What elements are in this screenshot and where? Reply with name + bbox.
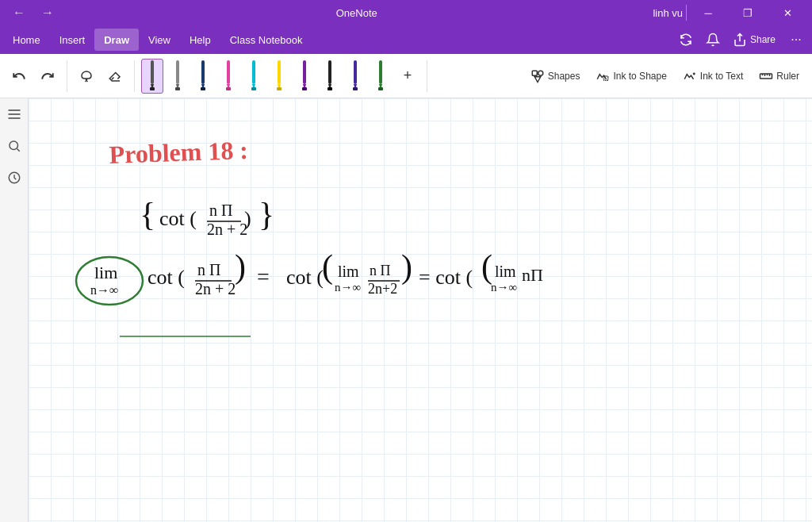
menu-help[interactable]: Help [180,29,220,51]
svg-text:= cot (: = cot ( [419,266,473,289]
menu-class-notebook[interactable]: Class Notebook [220,29,312,51]
sync-button[interactable] [674,33,698,47]
ink-to-shape-label: Ink to Shape [613,71,666,82]
sidebar-history-icon[interactable] [5,168,24,187]
more-button[interactable]: ··· [783,33,809,47]
svg-rect-18 [303,60,306,84]
pen-dark-purple[interactable] [344,59,366,94]
svg-text:cot (: cot ( [147,266,185,289]
pen-purple[interactable] [293,59,316,94]
main-area: Problem 18 : { cot ( n Π 2n + 2 ) } [0,98,812,522]
svg-point-31 [538,71,542,75]
menu-insert[interactable]: Insert [50,29,95,51]
svg-text:=: = [257,264,270,289]
svg-rect-6 [201,60,205,84]
svg-rect-27 [379,60,382,84]
eraser-button[interactable] [102,66,128,86]
sidebar-pages-icon[interactable] [5,105,24,124]
svg-text:): ) [235,248,246,286]
svg-text:2n+2: 2n+2 [368,281,397,297]
main-equation: lim n→∞ cot ( n Π 2n + 2 ) = cot ( ( l [76,248,543,305]
menu-home[interactable]: Home [3,29,50,51]
add-pen-button[interactable]: + [395,64,420,87]
pen-pink[interactable] [217,59,239,94]
ink-to-text-button[interactable]: Ink to Text [676,66,749,86]
sep1 [67,60,67,92]
svg-rect-9 [227,60,230,84]
svg-text:n→∞: n→∞ [90,283,118,297]
pen-dark-blue[interactable] [192,59,214,94]
ribbon-toolbar: + Shapes Ink to Shape [0,54,812,98]
user-name: linh vu [653,7,683,19]
svg-rect-26 [353,87,358,90]
svg-text:(: ( [481,248,492,286]
svg-rect-20 [302,87,307,90]
left-sidebar [0,98,29,522]
close-button[interactable]: ✕ [769,0,806,25]
svg-text:n→∞: n→∞ [491,281,517,294]
svg-text:2n + 2: 2n + 2 [207,221,247,238]
back-button[interactable]: ← [6,2,32,23]
svg-rect-24 [354,60,357,84]
svg-text:}: } [259,196,274,232]
pen-green[interactable] [370,59,392,94]
app-title: OneNote [60,7,653,19]
svg-text:(: ( [322,248,333,286]
svg-rect-30 [532,71,537,75]
sidebar-search-icon[interactable] [5,136,24,155]
ruler-button[interactable]: Ruler [753,66,806,86]
sep2 [134,60,135,92]
pen-gray[interactable] [167,59,189,94]
ruler-label: Ruler [776,71,799,82]
pen-black[interactable] [141,59,163,94]
svg-text:lim: lim [94,263,117,282]
lasso-button[interactable] [74,66,99,86]
svg-rect-2 [150,87,155,90]
svg-rect-17 [277,87,282,90]
svg-text:cot (: cot ( [286,266,324,289]
svg-text:n Π: n Π [197,261,220,278]
pen-yellow[interactable] [268,59,290,94]
ink-content: Problem 18 : { cot ( n Π 2n + 2 ) } [29,98,812,522]
svg-rect-15 [278,60,281,84]
titlebar-right: linh vu ─ ❐ ✕ [653,0,806,25]
redo-button[interactable] [35,66,60,86]
shapes-button[interactable]: Shapes [524,66,587,86]
svg-text:lim: lim [338,263,359,280]
svg-text:n Π: n Π [209,202,232,219]
svg-point-37 [10,141,18,150]
shapes-label: Shapes [548,71,580,82]
pen-dark[interactable] [319,59,341,94]
forward-button[interactable]: → [35,2,60,23]
titlebar-divider [686,5,687,21]
menu-view[interactable]: View [139,29,180,51]
svg-rect-29 [378,87,383,90]
expression-1: { cot ( n Π 2n + 2 ) } [140,196,274,238]
ink-to-text-label: Ink to Text [700,71,743,82]
svg-text:n→∞: n→∞ [335,281,361,294]
maximize-button[interactable]: ❐ [730,0,766,25]
menu-draw[interactable]: Draw [94,29,139,51]
menu-right-area: Share ··· [674,29,809,50]
share-label: Share [750,34,776,45]
undo-button[interactable] [6,66,32,86]
bell-button[interactable] [701,33,725,47]
svg-rect-8 [201,87,205,90]
svg-text:): ) [244,207,251,230]
svg-text:{: { [140,196,155,232]
svg-rect-23 [327,87,332,90]
svg-text:2n + 2: 2n + 2 [195,280,236,297]
svg-text:n Π: n Π [370,263,391,278]
minimize-button[interactable]: ─ [690,0,726,25]
svg-text:cot (: cot ( [159,207,197,230]
svg-rect-5 [175,87,180,90]
user-section: linh vu [653,7,683,19]
menubar: Home Insert Draw View Help Class Noteboo… [0,25,812,54]
ink-to-shape-button[interactable]: Ink to Shape [589,66,672,86]
svg-text:): ) [401,248,412,286]
pen-cyan[interactable] [243,59,265,94]
svg-text:lim: lim [495,263,516,280]
add-pen-icon: + [404,67,412,84]
share-button[interactable]: Share [728,29,780,50]
canvas-area[interactable]: Problem 18 : { cot ( n Π 2n + 2 ) } [29,98,812,522]
